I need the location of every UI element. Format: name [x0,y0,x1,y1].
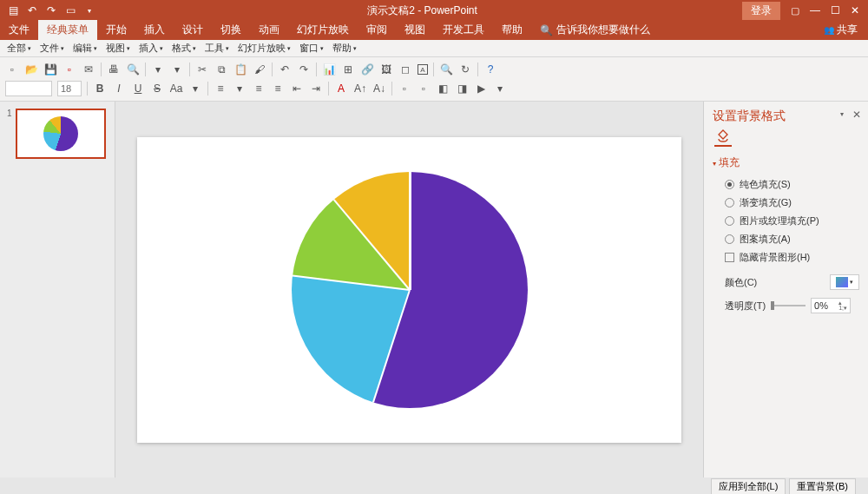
menu-insert[interactable]: 插入▾ [135,40,167,56]
menu-file[interactable]: 文件▾ [36,40,68,56]
pane-footer: 应用到全部(L) 重置背景(B) [0,478,868,494]
paste-icon[interactable]: 📋 [233,63,247,76]
italic-button[interactable]: I [112,82,126,96]
checkbox-hide-bg[interactable]: 隐藏背景图形(H) [713,248,859,267]
background-icon[interactable]: ◨ [455,82,469,96]
arrange-icon[interactable]: ▾ [493,82,507,96]
slide-thumbnail-1[interactable] [16,109,106,159]
open-icon[interactable]: 📂 [24,63,38,76]
print-preview-icon[interactable]: 🔍 [126,63,140,76]
run-icon[interactable]: ▶ [474,82,488,96]
menu-tools[interactable]: 工具▾ [201,40,233,56]
maximize-icon[interactable]: ☐ [831,4,840,16]
start-from-beginning-icon[interactable]: ▭ [64,4,76,16]
menu-view[interactable]: 视图▾ [102,40,134,56]
tab-view[interactable]: 视图 [396,20,434,40]
table-icon[interactable]: ⊞ [341,63,355,76]
indent-inc-icon[interactable]: ⇥ [309,82,323,96]
layout-icon[interactable]: ▫ [417,82,431,96]
save-icon[interactable]: ▤ [7,4,19,16]
tab-design[interactable]: 设计 [174,20,212,40]
refresh-icon[interactable]: ↻ [458,63,472,76]
menu-all[interactable]: 全部▾ [3,40,35,56]
tab-developer[interactable]: 开发工具 [434,20,493,40]
tab-help[interactable]: 帮助 [493,20,531,40]
font-color-icon[interactable]: A [334,82,348,96]
radio-solid-fill[interactable]: 纯色填充(S) [713,175,859,194]
radio-gradient-fill[interactable]: 渐变填充(G) [713,194,859,212]
ribbon-display-icon[interactable]: ▢ [791,5,799,16]
slide[interactable] [137,137,681,443]
tab-transitions[interactable]: 切换 [212,20,250,40]
radio-pattern-fill[interactable]: 图案填充(A) [713,230,859,248]
pie-chart[interactable] [292,172,528,408]
format-painter-icon[interactable]: 🖌 [253,63,266,76]
print-icon[interactable]: 🖶 [107,63,121,76]
numbering-icon[interactable]: ≡ [271,82,285,96]
highlight-icon[interactable]: ▾ [188,82,202,96]
indent-dec-icon[interactable]: ⇤ [290,82,304,96]
save-icon[interactable]: 💾 [43,63,57,76]
strike-button[interactable]: S [150,82,164,96]
radio-picture-fill[interactable]: 图片或纹理填充(P) [713,212,859,230]
menu-slideshow[interactable]: 幻灯片放映▾ [234,40,294,56]
shrink-font-icon[interactable]: A↓ [372,82,386,96]
grow-font-icon[interactable]: A↑ [353,82,367,96]
pdf-icon[interactable]: ▫ [62,63,76,76]
cut-icon[interactable]: ✂ [195,63,209,76]
section-fill-header[interactable]: 填充 [713,155,859,170]
tab-home[interactable]: 开始 [97,20,135,40]
menu-window[interactable]: 窗口▾ [296,40,327,56]
align-left-icon[interactable]: ≡ [214,82,227,96]
reset-background-button[interactable]: 重置背景(B) [789,478,856,495]
qat-dropdown-icon[interactable]: ▾ [83,4,95,16]
picture-icon[interactable]: 🖼 [379,63,393,76]
menu-help[interactable]: 帮助▾ [329,40,360,56]
shapes-icon[interactable]: ◻ [398,63,412,76]
underline-button[interactable]: U [131,82,145,96]
help-icon[interactable]: ? [483,63,497,76]
redo-icon[interactable]: ↷ [297,63,311,76]
change-case-button[interactable]: Aa [169,82,183,96]
pane-close-icon[interactable]: ✕ [852,109,861,121]
transparency-spinner[interactable]: 0% ▴1;▾ [811,298,851,313]
minimize-icon[interactable]: — [810,4,820,16]
undo-icon[interactable]: ↶ [278,63,292,76]
redo-icon[interactable]: ↷ [45,4,57,16]
settings-icon[interactable]: ▾ [170,63,184,76]
align-dropdown-icon[interactable]: ▾ [233,82,247,96]
new-icon[interactable]: ▫ [5,63,19,76]
tab-insert[interactable]: 插入 [135,20,174,40]
radio-icon [725,180,734,189]
tab-classic-menu[interactable]: 经典菜单 [38,20,97,40]
share-button[interactable]: 👥 共享 [813,20,868,40]
pane-options-icon[interactable]: ▾ [840,110,844,118]
tab-animations[interactable]: 动画 [250,20,288,40]
textbox-icon[interactable]: A [418,64,428,75]
bullets-icon[interactable]: ≡ [252,82,266,96]
menu-format[interactable]: 格式▾ [168,40,200,56]
chart-icon[interactable]: 📊 [322,63,336,76]
undo-icon[interactable]: ↶ [26,4,38,16]
close-icon[interactable]: ✕ [851,4,859,16]
design-icon[interactable]: ◧ [436,82,450,96]
tab-review[interactable]: 审阅 [358,20,396,40]
transparency-slider[interactable] [771,305,806,306]
login-button[interactable]: 登录 [742,2,780,20]
new-slide-icon[interactable]: ▫ [398,82,411,96]
font-name-input[interactable] [5,81,52,96]
menu-edit[interactable]: 编辑▾ [69,40,101,56]
bold-button[interactable]: B [93,82,107,96]
apply-to-all-button[interactable]: 应用到全部(L) [711,478,786,495]
zoom-icon[interactable]: 🔍 [439,63,453,76]
fill-tab-icon[interactable] [714,129,732,147]
tab-slideshow[interactable]: 幻灯片放映 [288,20,358,40]
tab-file[interactable]: 文件 [0,20,38,40]
permissions-icon[interactable]: ▾ [151,63,165,76]
mail-icon[interactable]: ✉ [82,63,95,76]
tell-me-search[interactable]: 🔍 告诉我你想要做什么 [531,20,659,40]
font-size-input[interactable] [57,81,82,96]
color-picker[interactable]: ▾ [830,274,859,290]
copy-icon[interactable]: ⧉ [214,63,228,76]
hyperlink-icon[interactable]: 🔗 [360,63,374,76]
